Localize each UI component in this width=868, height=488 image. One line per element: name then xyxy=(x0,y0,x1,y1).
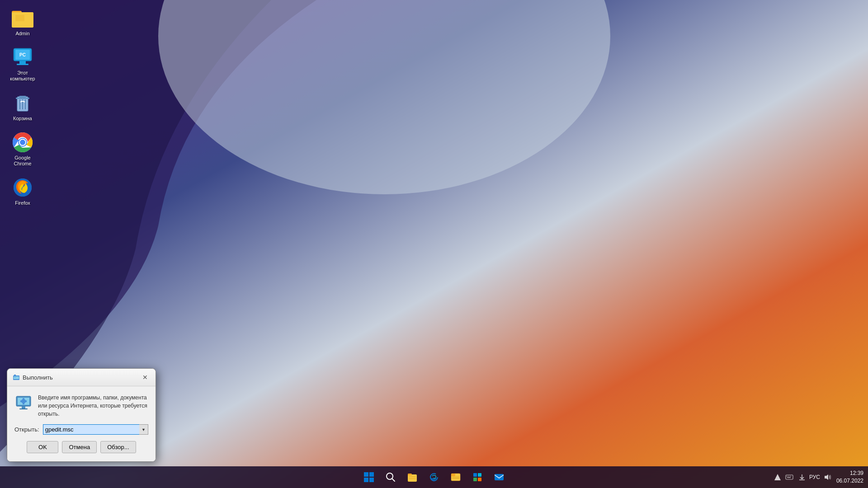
svg-rect-50 xyxy=(473,478,477,481)
svg-rect-23 xyxy=(14,375,16,376)
svg-marker-53 xyxy=(774,474,781,480)
svg-rect-49 xyxy=(478,473,481,477)
taskbar-explorer-button[interactable] xyxy=(446,467,466,487)
svg-rect-9 xyxy=(17,64,28,65)
taskbar-mail-button[interactable] xyxy=(489,467,509,487)
tray-icons: РУС xyxy=(773,472,833,483)
svg-rect-24 xyxy=(14,376,19,379)
this-pc-icon: PC xyxy=(12,47,33,68)
taskbar-tray: РУС 12:39 06.07.2022 xyxy=(773,469,863,485)
folder-icon xyxy=(12,7,33,29)
tray-download-button[interactable] xyxy=(797,472,807,483)
svg-rect-32 xyxy=(22,406,25,408)
svg-rect-47 xyxy=(452,478,459,479)
svg-rect-52 xyxy=(495,474,504,480)
firefox-icon xyxy=(12,177,33,198)
admin-folder-label: Admin xyxy=(15,31,29,37)
svg-rect-57 xyxy=(790,476,791,477)
dialog-description-text: Введите имя программы, папки, документа … xyxy=(38,394,148,418)
search-icon xyxy=(386,472,396,482)
expand-tray-icon xyxy=(774,474,781,480)
svg-point-20 xyxy=(20,140,25,145)
dialog-close-button[interactable]: ✕ xyxy=(140,372,150,382)
desktop-icons-area: Admin PC Этоткомпьютер xyxy=(5,5,41,209)
dialog-input-container: ▼ xyxy=(43,424,148,435)
svg-rect-13 xyxy=(19,96,26,98)
svg-rect-42 xyxy=(409,476,416,477)
desktop-icon-this-pc[interactable]: PC Этоткомпьютер xyxy=(5,44,41,84)
dialog-buttons: OK Отмена Обзор... xyxy=(14,441,148,458)
taskbar-files-button[interactable] xyxy=(402,467,422,487)
desktop-icon-admin[interactable]: Admin xyxy=(5,5,41,39)
svg-rect-43 xyxy=(409,478,416,479)
store-icon xyxy=(472,472,483,483)
taskbar-search-button[interactable] xyxy=(381,467,401,487)
svg-rect-33 xyxy=(19,408,28,409)
firefox-label: Firefox xyxy=(15,200,30,206)
tray-keyboard-button[interactable] xyxy=(784,472,795,483)
download-icon xyxy=(798,474,806,481)
dialog-title-left: Выполнить xyxy=(13,374,53,381)
svg-rect-34 xyxy=(364,472,368,477)
dialog-title-text: Выполнить xyxy=(23,374,53,381)
svg-rect-55 xyxy=(787,476,788,477)
dialog-content-area: Введите имя программы, папки, документа … xyxy=(14,394,148,418)
svg-rect-25 xyxy=(14,377,16,377)
svg-rect-41 xyxy=(408,474,412,475)
desktop: Admin PC Этоткомпьютер xyxy=(0,0,868,488)
recycle-bin-label: Корзина xyxy=(13,116,32,122)
language-indicator[interactable]: РУС xyxy=(809,474,820,480)
svg-rect-48 xyxy=(473,473,477,477)
svg-rect-45 xyxy=(451,474,455,476)
ok-button[interactable]: OK xyxy=(27,441,58,453)
tray-expand-button[interactable] xyxy=(773,473,782,482)
tray-speaker-button[interactable] xyxy=(822,472,833,483)
taskbar-edge-button[interactable] xyxy=(424,467,444,487)
run-dropdown-button[interactable]: ▼ xyxy=(139,424,148,435)
edge-icon xyxy=(429,472,439,483)
mail-icon xyxy=(494,472,505,483)
svg-rect-51 xyxy=(478,478,481,481)
chrome-icon xyxy=(12,131,33,153)
taskbar-start-button[interactable] xyxy=(359,467,379,487)
svg-rect-5 xyxy=(15,15,24,21)
cancel-button[interactable]: Отмена xyxy=(62,441,97,453)
run-monitor-icon xyxy=(15,394,32,411)
svg-text:PC: PC xyxy=(19,52,26,57)
dialog-open-row: Открыть: ▼ xyxy=(14,424,148,435)
date-text: 06.07.2022 xyxy=(836,477,863,485)
browse-button[interactable]: Обзор... xyxy=(100,441,136,453)
system-clock[interactable]: 12:39 06.07.2022 xyxy=(836,469,863,485)
desktop-icon-firefox[interactable]: Firefox xyxy=(5,174,41,209)
svg-rect-31 xyxy=(20,400,27,402)
svg-rect-35 xyxy=(369,472,374,477)
windows-logo-icon xyxy=(363,472,374,483)
time-text: 12:39 xyxy=(836,469,863,477)
svg-line-39 xyxy=(392,479,395,481)
svg-rect-37 xyxy=(369,478,374,482)
dialog-run-icon-area xyxy=(14,394,33,412)
desktop-icon-recycle-bin[interactable]: Корзина xyxy=(5,89,41,124)
speaker-icon xyxy=(824,474,831,481)
run-input[interactable] xyxy=(43,424,148,435)
svg-rect-12 xyxy=(16,98,29,99)
taskbar: РУС 12:39 06.07.2022 xyxy=(0,466,868,488)
svg-rect-8 xyxy=(19,61,26,64)
svg-rect-58 xyxy=(787,477,791,478)
desktop-icon-chrome[interactable]: GoogleChrome xyxy=(5,129,41,169)
svg-rect-46 xyxy=(452,477,459,478)
keyboard-icon xyxy=(785,473,793,481)
run-dialog-icon xyxy=(13,374,20,381)
taskbar-center xyxy=(359,467,509,487)
svg-rect-36 xyxy=(364,478,368,482)
dialog-body: Введите имя программы, папки, документа … xyxy=(7,386,156,461)
taskbar-store-button[interactable] xyxy=(467,467,487,487)
dialog-titlebar: Выполнить ✕ xyxy=(7,369,156,386)
svg-rect-56 xyxy=(788,476,789,477)
explorer-icon xyxy=(450,472,461,483)
run-dialog: Выполнить ✕ xyxy=(7,368,156,462)
this-pc-label: Этоткомпьютер xyxy=(10,70,35,82)
open-label: Открыть: xyxy=(14,426,39,433)
recycle-bin-icon xyxy=(12,92,33,114)
chrome-label: GoogleChrome xyxy=(14,155,31,167)
